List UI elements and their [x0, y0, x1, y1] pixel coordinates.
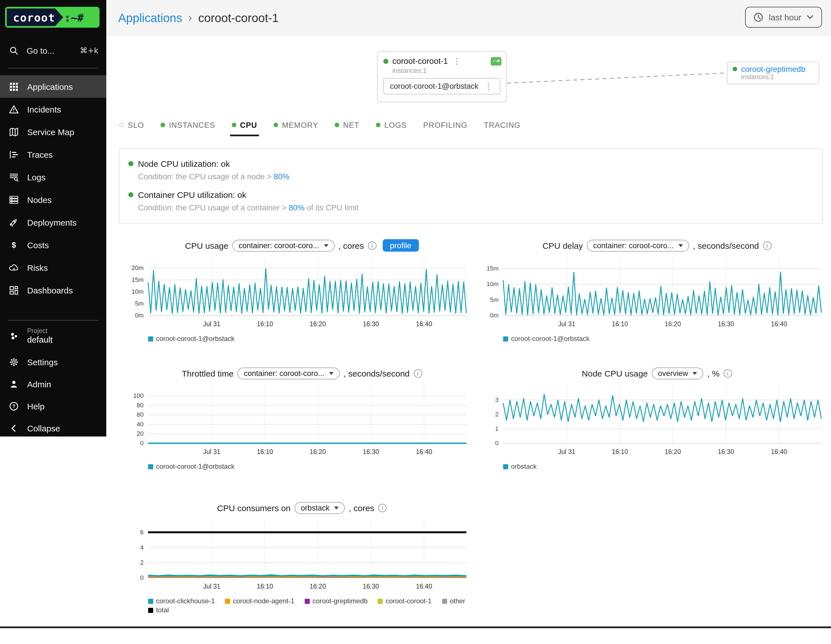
info-icon[interactable]: i — [368, 241, 376, 250]
sidebar-item-logs[interactable]: Logs — [0, 166, 106, 188]
status-dot-green — [732, 67, 737, 71]
tab-label: LOGS — [384, 121, 407, 129]
svg-text:16:40: 16:40 — [416, 320, 432, 328]
tab-cpu[interactable]: CPU — [231, 118, 258, 131]
coroot-logo-plaque: coroot — [7, 8, 63, 26]
metric-selector-dropdown[interactable]: container: coroot-coro... — [232, 239, 334, 251]
sidebar-item-collapse[interactable]: Collapse — [0, 417, 106, 439]
svg-text:60: 60 — [137, 411, 143, 418]
project-selector[interactable]: Project default — [0, 327, 106, 346]
condition-threshold[interactable]: 80% — [288, 203, 304, 212]
legend-swatch — [148, 607, 153, 613]
kebab-menu-icon[interactable]: ⋮ — [483, 82, 494, 90]
svg-text:80: 80 — [137, 402, 143, 409]
legend-item-coroot-node-agent-1[interactable]: coroot-node-agent-1 — [225, 597, 295, 605]
sidebar-item-label: Nodes — [27, 195, 52, 204]
legend-item-coroot-clickhouse-1[interactable]: coroot-clickhouse-1 — [148, 597, 215, 605]
rocket-icon — [8, 217, 19, 228]
sidebar-item-costs[interactable]: $Costs — [0, 234, 106, 256]
sidebar: coroot :~# Go to... ⌘+k ApplicationsInci… — [0, 0, 106, 437]
project-name: default — [27, 335, 53, 346]
tab-net[interactable]: NET — [334, 118, 360, 131]
legend-item-coroot-coroot-1-orbstack[interactable]: coroot-coroot-1@orbstack — [148, 335, 235, 343]
metric-selector-dropdown[interactable]: overview — [652, 367, 704, 379]
condition-suffix: of its CPU limit — [304, 203, 358, 212]
svg-text:5m: 5m — [135, 300, 143, 307]
svg-text:16:40: 16:40 — [771, 320, 787, 328]
time-range-picker[interactable]: last hour — [745, 7, 822, 28]
sidebar-item-deployments[interactable]: Deployments — [0, 211, 106, 234]
sidebar-item-dashboards[interactable]: Dashboards — [0, 279, 106, 301]
sidebar-item-incidents[interactable]: Incidents — [0, 98, 106, 120]
info-icon[interactable]: i — [763, 241, 771, 250]
chart-title-suffix: , cores — [349, 503, 374, 513]
tab-profiling[interactable]: PROFILING — [423, 118, 468, 131]
dropdown-value: orbstack — [301, 504, 330, 512]
legend-item-coroot-greptimedb[interactable]: coroot-greptimedb — [305, 597, 368, 605]
chart-title: CPU delaycontainer: coroot-coro..., seco… — [479, 239, 831, 252]
sidebar-item-label: Collapse — [27, 424, 60, 433]
dropdown-value: container: coroot-coro... — [244, 369, 324, 378]
sidebar-item-nodes[interactable]: Nodes — [0, 188, 106, 211]
sidebar-item-applications[interactable]: Applications — [0, 75, 106, 98]
legend-label: coroot-coroot-1 — [385, 597, 431, 605]
svg-text:16:20: 16:20 — [664, 448, 681, 456]
tab-tracing[interactable]: TRACING — [483, 118, 521, 131]
cloud-bolt-icon — [8, 262, 19, 273]
metric-selector-dropdown[interactable]: container: coroot-coro... — [237, 367, 339, 379]
svg-text:0m: 0m — [135, 312, 143, 319]
legend-item-coroot-coroot-1-orbstack[interactable]: coroot-coroot-1@orbstack — [503, 335, 590, 343]
metric-selector-dropdown[interactable]: container: coroot-coro... — [587, 239, 689, 251]
info-icon[interactable]: i — [724, 369, 732, 378]
search-icon — [8, 45, 19, 56]
svg-text:16:40: 16:40 — [416, 448, 432, 456]
sidebar-item-settings[interactable]: Settings — [0, 351, 106, 373]
sidebar-item-label: Incidents — [27, 104, 61, 114]
breadcrumb-separator: › — [188, 12, 192, 24]
profile-button[interactable]: profile — [382, 239, 419, 252]
sidebar-item-admin[interactable]: Admin — [0, 373, 106, 395]
legend-label: coroot-coroot-1@orbstack — [511, 335, 590, 343]
caret-down-icon — [692, 372, 697, 375]
sidebar-item-help[interactable]: ?Help — [0, 395, 106, 417]
sidebar-item-traces[interactable]: Traces — [0, 143, 106, 166]
info-icon[interactable]: i — [378, 504, 387, 512]
dropdown-value: container: coroot-coro... — [239, 241, 319, 250]
legend-item-other[interactable]: other — [442, 597, 465, 605]
sidebar-item-label: Applications — [27, 82, 73, 91]
info-icon[interactable]: i — [414, 369, 422, 378]
goto-search[interactable]: Go to... ⌘+k — [8, 43, 99, 58]
legend-item-total[interactable]: total — [148, 606, 169, 614]
cpu-consumers-chart-plot: Jul 3116:1016:2016:3016:400246 — [124, 515, 479, 594]
tab-status-dot — [274, 123, 278, 127]
sidebar-item-service-map[interactable]: Service Map — [0, 120, 106, 143]
svg-text:4: 4 — [140, 544, 143, 551]
cpu-consumers-chart: CPU consumers onorbstack, coresiJul 3116… — [124, 501, 479, 614]
condition-threshold[interactable]: 80% — [274, 172, 290, 181]
map-icon — [8, 126, 19, 137]
svg-text:?: ? — [12, 403, 15, 409]
svg-text:16:30: 16:30 — [363, 583, 379, 590]
svg-text:16:40: 16:40 — [416, 583, 432, 590]
coroot-logo[interactable]: coroot :~# — [5, 7, 99, 28]
sidebar-item-risks[interactable]: Risks — [0, 256, 106, 279]
tab-slo[interactable]: SLO — [119, 118, 145, 131]
status-dot-green — [383, 59, 388, 64]
peer-app-link[interactable]: coroot-greptimedb — [741, 64, 805, 73]
tab-memory[interactable]: MEMORY — [273, 118, 319, 131]
tab-logs[interactable]: LOGS — [375, 118, 407, 131]
sidebar-item-label: Help — [27, 402, 45, 411]
breadcrumb-applications-link[interactable]: Applications — [118, 11, 182, 25]
instance-box[interactable]: coroot-coroot-1@orbstack ⋮ — [383, 78, 500, 94]
svg-text:3: 3 — [495, 396, 498, 403]
legend-label: coroot-coroot-1@orbstack — [156, 335, 235, 343]
legend-item-coroot-coroot-1[interactable]: coroot-coroot-1 — [377, 597, 431, 605]
condition-text: Condition: the CPU usage of a container … — [138, 203, 288, 212]
legend-item-orbstack[interactable]: orbstack — [503, 462, 537, 470]
kebab-menu-icon[interactable]: ⋮ — [452, 57, 462, 65]
svg-text:0: 0 — [140, 574, 143, 581]
tab-instances[interactable]: INSTANCES — [160, 118, 216, 131]
metric-selector-dropdown[interactable]: orbstack — [295, 502, 345, 514]
legend-item-coroot-coroot-1-orbstack[interactable]: coroot-coroot-1@orbstack — [148, 462, 235, 470]
chart-title: CPU usagecontainer: coroot-coro..., core… — [124, 239, 479, 252]
